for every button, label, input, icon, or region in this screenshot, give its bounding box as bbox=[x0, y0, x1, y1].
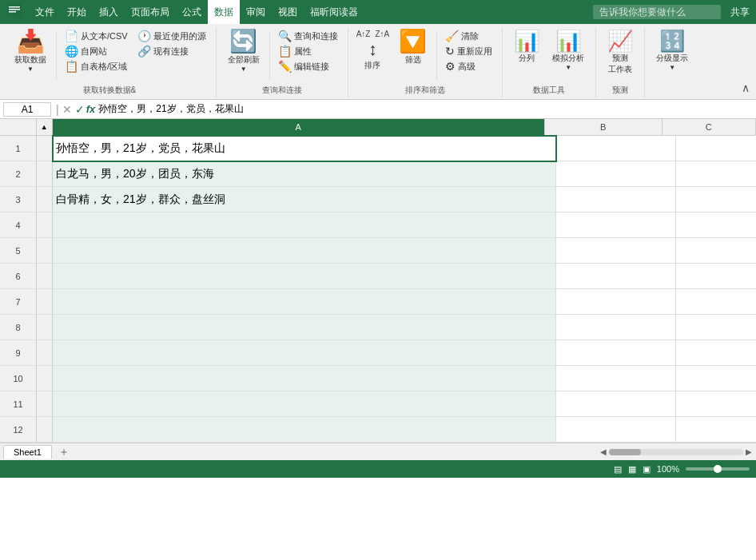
cell-r11c3[interactable] bbox=[676, 391, 756, 417]
corner-cell[interactable] bbox=[0, 119, 37, 135]
cell-r4c1[interactable] bbox=[53, 212, 556, 238]
cell-r11c1[interactable] bbox=[53, 391, 556, 417]
add-sheet-button[interactable]: ＋ bbox=[52, 443, 76, 461]
recent-sources-button[interactable]: 🕐 最近使用的源 bbox=[134, 29, 209, 43]
text-to-columns-button[interactable]: 📊 分列 bbox=[509, 29, 544, 66]
advanced-button[interactable]: ⚙ 高级 bbox=[442, 59, 495, 73]
scroll-thumb[interactable] bbox=[609, 449, 641, 455]
cell-r12c3[interactable] bbox=[676, 417, 756, 443]
from-table-button[interactable]: 📋 自表格/区域 bbox=[62, 59, 131, 73]
cell-r10c3[interactable] bbox=[676, 366, 756, 391]
cell-r2c2[interactable] bbox=[556, 161, 676, 187]
forecast-sheet-button[interactable]: 📈 预测 工作表 bbox=[603, 29, 638, 77]
cell-r4c2[interactable] bbox=[556, 212, 676, 238]
sheet-tab-sheet1[interactable]: Sheet1 bbox=[3, 445, 52, 459]
row-num-10[interactable]: 10 bbox=[0, 366, 37, 391]
from-text-csv-button[interactable]: 📄 从文本/CSV bbox=[62, 29, 131, 43]
existing-connections-button[interactable]: 🔗 现有连接 bbox=[134, 44, 209, 58]
zoom-slider[interactable] bbox=[686, 467, 750, 471]
cell-r12c1[interactable] bbox=[53, 417, 556, 443]
menu-insert[interactable]: 插入 bbox=[93, 0, 125, 24]
scroll-track[interactable] bbox=[609, 449, 743, 455]
cell-r5c1[interactable] bbox=[53, 238, 556, 264]
formula-input[interactable] bbox=[98, 104, 753, 115]
cell-r1c3[interactable] bbox=[676, 136, 756, 161]
cell-r9c1[interactable] bbox=[53, 340, 556, 366]
scroll-left-arrow[interactable]: ◀ bbox=[598, 447, 609, 456]
cell-r6c1[interactable] bbox=[53, 264, 556, 289]
menu-review[interactable]: 审阅 bbox=[240, 0, 272, 24]
col-header-b[interactable]: B bbox=[545, 119, 662, 135]
row-num-7[interactable]: 7 bbox=[0, 289, 37, 315]
cell-r6c2[interactable] bbox=[556, 264, 676, 289]
cell-r8c3[interactable] bbox=[676, 315, 756, 340]
zoom-thumb[interactable] bbox=[714, 465, 722, 473]
refresh-all-button[interactable]: 🔄 全部刷新 ▼ bbox=[223, 29, 265, 74]
cell-r5c3[interactable] bbox=[676, 238, 756, 264]
cell-r8c2[interactable] bbox=[556, 315, 676, 340]
row-num-9[interactable]: 9 bbox=[0, 340, 37, 366]
sort-az-small-button[interactable]: A↑Z bbox=[355, 29, 372, 39]
cell-r12c2[interactable] bbox=[556, 417, 676, 443]
row-num-3[interactable]: 3 bbox=[0, 187, 37, 212]
row-num-6[interactable]: 6 bbox=[0, 264, 37, 289]
cell-r7c3[interactable] bbox=[676, 289, 756, 315]
col-header-a[interactable]: A bbox=[53, 119, 545, 135]
sort-button[interactable]: ↕ 排序 bbox=[355, 41, 390, 71]
edit-links-button[interactable]: ✏️ 编辑链接 bbox=[275, 59, 341, 73]
menu-start[interactable]: 开始 bbox=[61, 0, 93, 24]
menu-data[interactable]: 数据 bbox=[208, 0, 240, 24]
filter-button[interactable]: 🔽 筛选 bbox=[394, 29, 432, 67]
properties-button[interactable]: 📋 属性 bbox=[275, 44, 341, 58]
cell-r7c2[interactable] bbox=[556, 289, 676, 315]
cell-r10c1[interactable] bbox=[53, 366, 556, 391]
row-num-11[interactable]: 11 bbox=[0, 391, 37, 417]
menu-page-layout[interactable]: 页面布局 bbox=[125, 0, 176, 24]
row-num-8[interactable]: 8 bbox=[0, 315, 37, 340]
row-num-5[interactable]: 5 bbox=[0, 238, 37, 264]
cell-r2c1[interactable]: 白龙马，男，20岁，团员，东海 bbox=[53, 161, 556, 187]
menu-view[interactable]: 视图 bbox=[272, 0, 304, 24]
view-page-layout-button[interactable]: ▦ bbox=[628, 464, 636, 475]
clear-button[interactable]: 🧹 清除 bbox=[442, 29, 495, 43]
search-input[interactable] bbox=[593, 5, 721, 19]
cell-r4c3[interactable] bbox=[676, 212, 756, 238]
menu-file[interactable]: 文件 bbox=[29, 0, 61, 24]
row-num-1[interactable]: 1 bbox=[0, 136, 37, 161]
cell-r1c2[interactable] bbox=[556, 136, 676, 161]
cell-r6c3[interactable] bbox=[676, 264, 756, 289]
share-button[interactable]: 共享 bbox=[730, 6, 750, 19]
ribbon-collapse-button[interactable]: ∧ bbox=[738, 81, 753, 94]
cell-r2c3[interactable] bbox=[676, 161, 756, 187]
outline-button[interactable]: 🔢 分级显示 ▼ bbox=[651, 29, 693, 73]
menu-foxit[interactable]: 福昕阅读器 bbox=[304, 0, 364, 24]
sort-za-small-button[interactable]: Z↑A bbox=[373, 29, 391, 39]
view-normal-button[interactable]: ▤ bbox=[614, 464, 622, 475]
cell-r11c2[interactable] bbox=[556, 391, 676, 417]
query-connections-button[interactable]: 🔍 查询和连接 bbox=[275, 29, 341, 43]
horizontal-scroll[interactable]: ◀ ▶ bbox=[596, 447, 756, 458]
cell-r3c1[interactable]: 白骨精，女，21岁，群众，盘丝洞 bbox=[53, 187, 556, 212]
row-num-12[interactable]: 12 bbox=[0, 417, 37, 443]
cell-r1c1[interactable]: 孙悟空，男，21岁，党员，花果山 bbox=[53, 136, 556, 161]
row-num-2[interactable]: 2 bbox=[0, 161, 37, 187]
cell-r3c3[interactable] bbox=[676, 187, 756, 212]
cell-r10c2[interactable] bbox=[556, 366, 676, 391]
menu-formula[interactable]: 公式 bbox=[176, 0, 208, 24]
from-web-button[interactable]: 🌐 自网站 bbox=[62, 44, 131, 58]
what-if-button[interactable]: 📊 模拟分析 ▼ bbox=[547, 29, 589, 73]
cell-r7c1[interactable] bbox=[53, 289, 556, 315]
get-data-button[interactable]: 📥 获取数据 ▼ bbox=[10, 29, 51, 74]
scroll-right-arrow[interactable]: ▶ bbox=[743, 447, 754, 456]
col-header-c[interactable]: C bbox=[662, 119, 756, 135]
reapply-button[interactable]: ↻ 重新应用 bbox=[442, 44, 495, 58]
cell-r5c2[interactable] bbox=[556, 238, 676, 264]
confirm-formula-icon[interactable]: ✓ bbox=[75, 103, 85, 116]
cell-r9c3[interactable] bbox=[676, 340, 756, 366]
cell-r3c2[interactable] bbox=[556, 187, 676, 212]
cancel-formula-icon[interactable]: ✕ bbox=[62, 103, 72, 116]
cell-ref-box[interactable] bbox=[3, 102, 51, 117]
row-num-4[interactable]: 4 bbox=[0, 212, 37, 238]
cell-r9c2[interactable] bbox=[556, 340, 676, 366]
view-page-break-button[interactable]: ▣ bbox=[643, 464, 651, 475]
